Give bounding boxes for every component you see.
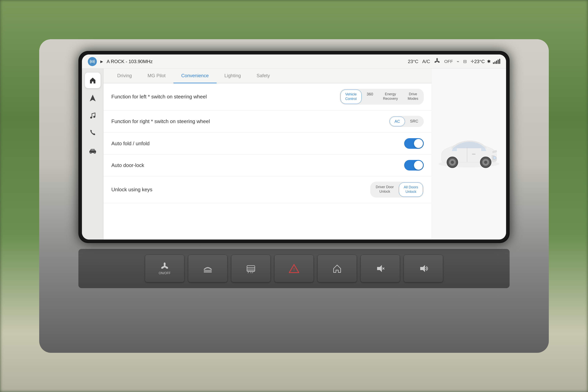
unlock-keys-label: Unlock using keys [111,186,370,193]
sidebar-item-phone[interactable] [85,126,100,141]
setting-row-left-switch: Function for left * switch on steering w… [104,83,432,110]
settings-content: Function for left * switch on steering w… [104,83,432,240]
play-icon: ▶ [100,60,103,64]
seg-ac[interactable]: AC [390,116,405,126]
svg-point-10 [94,152,96,154]
sidebar-item-vehicle[interactable] [85,143,100,159]
svg-rect-21 [472,154,476,155]
svg-point-7 [93,116,95,118]
hazard-button[interactable]: ! [274,255,314,282]
seg-energy-recovery[interactable]: EnergyRecovery [378,90,402,104]
setting-row-right-switch: Function for right * switch on steering … [104,110,432,133]
unlock-keys-control: Driver DoorUnlock All DoorsUnlock [370,182,424,198]
home-button[interactable] [318,255,357,282]
toggle-thumb [414,139,423,148]
volume-down-button[interactable] [361,255,400,282]
right-temp: 23°C [474,59,485,64]
svg-point-19 [484,161,487,164]
setting-row-auto-fold: Auto fold / unfold [104,133,432,154]
right-switch-control: AC SRC [389,116,424,127]
fan-btn-label: ON/OFF [159,272,170,275]
seg-src[interactable]: SRC [405,116,423,126]
car-image [436,132,502,176]
tab-bar: Driving MG Pilot Convenience Lighting Sa… [104,68,432,83]
seg-360[interactable]: 360 [362,90,378,104]
seg-vehicle-control[interactable]: VehicleControl [340,90,362,104]
svg-rect-12 [93,149,94,150]
svg-point-16 [451,161,454,164]
tab-convenience[interactable]: Convenience [174,68,216,83]
station-name: A ROCK - 103.90MHz [106,59,153,64]
left-switch-label: Function for left * switch on steering w… [111,93,340,100]
front-defrost-button[interactable] [188,255,227,282]
svg-text:!: ! [294,268,294,272]
svg-marker-36 [377,265,382,272]
car-connect-icon: ⊟ [463,59,467,64]
svg-point-0 [92,61,93,62]
tab-mgpilot[interactable]: MG Pilot [140,68,174,83]
connect-icon: ⌁ [457,59,459,64]
grid-icon: ✛ [470,59,474,64]
rear-defrost-button[interactable] [231,255,270,282]
fan-status: OFF [444,59,453,64]
screen: ▶ A ROCK - 103.90MHz 23°C A/C OFF [82,54,506,240]
svg-marker-5 [90,95,96,101]
sidebar-item-navigation[interactable] [85,90,100,106]
auto-fold-label: Auto fold / unfold [111,140,404,147]
right-switch-label: Function for right * switch on steering … [111,118,389,125]
radio-icon [88,57,97,66]
tab-driving[interactable]: Driving [109,68,140,83]
volume-up-button[interactable] [404,255,443,282]
setting-row-unlock-keys: Unlock using keys Driver DoorUnlock All … [104,176,432,203]
sidebar-item-music[interactable] [85,108,100,124]
left-switch-control: VehicleControl 360 EnergyRecovery DriveM… [340,89,424,105]
tab-safety[interactable]: Safety [249,68,278,83]
left-switch-segmented: VehicleControl 360 EnergyRecovery DriveM… [340,89,424,105]
setting-row-auto-doorlock: Auto door-lock [104,154,432,176]
right-switch-segmented: AC SRC [389,116,424,127]
sidebar-item-home[interactable] [85,72,100,88]
svg-rect-11 [91,149,93,150]
ac-label: A/C [422,59,430,64]
svg-point-6 [90,116,92,118]
auto-fold-control [404,138,424,149]
main-content: Driving MG Pilot Convenience Lighting Sa… [82,68,506,240]
svg-point-2 [436,58,438,60]
svg-point-9 [90,152,92,154]
auto-doorlock-label: Auto door-lock [111,162,404,169]
temperature-display: 23°C [408,59,418,64]
fan-icon [434,58,440,65]
svg-point-23 [164,262,166,266]
seg-driver-door-unlock[interactable]: Driver DoorUnlock [371,182,398,197]
car-image-area [432,68,506,240]
screen-bezel: ▶ A ROCK - 103.90MHz 23°C A/C OFF [78,51,510,243]
signal-bars [493,59,500,64]
auto-doorlock-control [404,160,424,170]
dashboard: ▶ A ROCK - 103.90MHz 23°C A/C OFF [39,39,549,353]
physical-buttons-bar: ON/OFF [78,249,510,288]
seg-all-doors-unlock[interactable]: All DoorsUnlock [399,182,423,197]
sidebar [82,68,104,240]
bluetooth-icon: ✱ [487,59,490,64]
toggle-thumb-2 [414,161,423,170]
auto-doorlock-toggle[interactable] [404,160,424,170]
tab-lighting[interactable]: Lighting [216,68,249,83]
status-bar: ▶ A ROCK - 103.90MHz 23°C A/C OFF [82,54,506,68]
seg-drive-modes[interactable]: DriveModes [403,90,423,104]
auto-fold-toggle[interactable] [404,138,424,149]
settings-area: Driving MG Pilot Convenience Lighting Sa… [104,68,432,240]
svg-marker-39 [420,265,425,272]
unlock-keys-segmented: Driver DoorUnlock All DoorsUnlock [370,182,424,198]
fan-onoff-button[interactable]: ON/OFF [145,255,184,282]
